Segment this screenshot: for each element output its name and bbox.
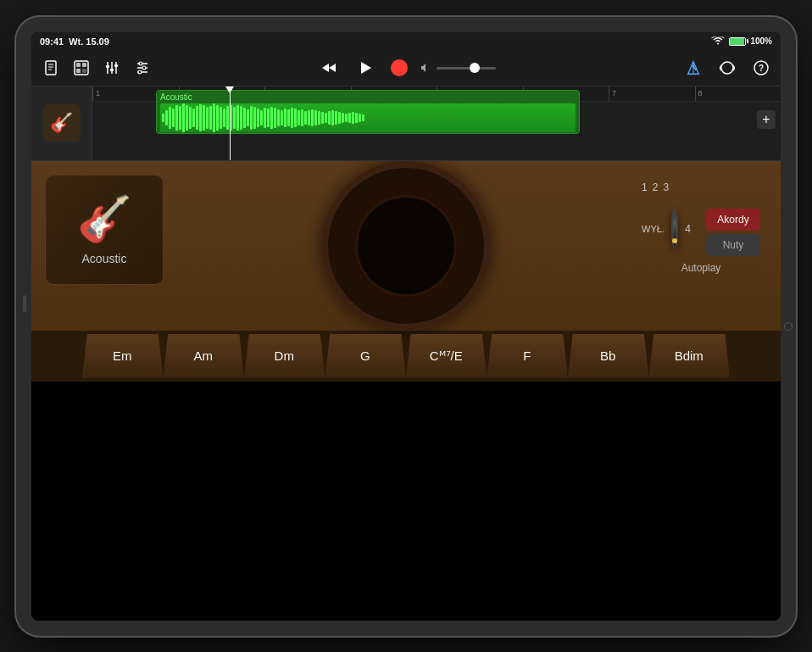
waveform-bar [165, 110, 168, 125]
waveform-bar [172, 109, 175, 127]
waveform-bar [338, 112, 341, 124]
mixer-button[interactable] [99, 56, 125, 80]
guitar-thumbnail[interactable]: 🎸 Acoustic [45, 175, 164, 285]
instrument-area: 🎸 Acoustic [31, 161, 781, 382]
waveform-bar [267, 109, 270, 127]
waveform-bar [270, 107, 273, 129]
guitar-name-label: Acoustic [82, 252, 127, 265]
guitar-soundhole [321, 161, 491, 331]
svg-marker-26 [720, 64, 721, 71]
waveform-bar [243, 108, 246, 128]
waveform-bar [206, 107, 209, 129]
waveform-bar [348, 113, 351, 123]
chord-button-0[interactable]: Em [82, 334, 164, 378]
waveform-bar [199, 104, 202, 131]
home-button[interactable] [784, 322, 793, 331]
rewind-button[interactable] [316, 56, 342, 80]
chord-button-7[interactable]: Bdim [649, 334, 731, 378]
time-display: 09:41 [40, 36, 64, 47]
svg-marker-19 [329, 64, 336, 72]
record-button[interactable] [391, 59, 408, 76]
waveform-bar [253, 107, 256, 129]
svg-rect-11 [114, 64, 118, 67]
waveform-bar [287, 109, 290, 126]
help-button[interactable]: ? [748, 56, 774, 80]
waveform-bar [301, 109, 303, 126]
status-bar: 09:41 Wt. 15.09 100% [31, 32, 781, 51]
autoplay-off-label: WYŁ. [642, 224, 665, 234]
audio-region[interactable]: Acoustic [156, 90, 580, 134]
waveform-bar [169, 107, 171, 129]
new-song-button[interactable] [38, 56, 64, 80]
waveform-bar [240, 106, 242, 130]
waveform-bar [213, 103, 215, 132]
waveform-bar [291, 108, 293, 128]
waveform-bar [233, 107, 236, 129]
chord-button-1[interactable]: Am [164, 334, 245, 378]
instrument-panel: 🎸 Acoustic [31, 161, 781, 331]
guitar-body-center [184, 161, 628, 331]
ruler-mark-7: 7 [609, 86, 695, 101]
autoplay-knob[interactable] [671, 209, 678, 249]
autoplay-num-1: 1 [642, 181, 648, 193]
waveform-bar [175, 105, 178, 131]
svg-rect-5 [82, 69, 86, 73]
waveform-bar [182, 103, 185, 132]
waveform-bar [284, 109, 286, 127]
waveform-bar [362, 114, 364, 121]
wifi-icon [711, 36, 725, 46]
waveform-bar [281, 110, 283, 125]
waveform-bar [192, 109, 195, 127]
waveform-bar [196, 106, 198, 130]
waveform-bar [331, 110, 334, 125]
waveform-bar [304, 111, 307, 125]
timeline-content[interactable]: 1 2 3 4 5 6 7 8 Acoustic [92, 86, 781, 160]
svg-point-16 [142, 66, 146, 70]
autoplay-num-3: 3 [663, 181, 669, 193]
chord-button-4[interactable]: Cᴹ⁷/E [406, 334, 487, 378]
soundhole-outer [321, 161, 491, 331]
ruler-mark-8: 8 [695, 86, 781, 101]
waveform-bar [318, 111, 320, 125]
battery-percent: 100% [750, 36, 772, 46]
volume-low-icon [420, 62, 431, 74]
waveform-bar [325, 113, 327, 123]
ipad-screen: 09:41 Wt. 15.09 100% [31, 32, 781, 621]
svg-rect-3 [82, 63, 86, 67]
metronome-button[interactable] [681, 56, 706, 80]
waveform-bar [186, 105, 188, 131]
play-button[interactable] [353, 56, 379, 80]
volume-slider-track[interactable] [437, 67, 496, 70]
waveform-bar [328, 111, 331, 125]
loop-button[interactable] [715, 56, 740, 80]
mode-buttons: Akordy Nuty [706, 209, 760, 256]
waveform-bar [294, 109, 297, 127]
guitar-image: 🎸 [77, 193, 132, 245]
waveform-bar [209, 106, 212, 130]
settings-button[interactable] [130, 56, 155, 80]
svg-rect-4 [76, 69, 81, 73]
chords-mode-button[interactable]: Akordy [706, 209, 760, 231]
chord-row: EmAmDmGCᴹ⁷/EFBbBdim [31, 331, 781, 382]
battery-icon [729, 37, 746, 46]
waveform-bar [311, 109, 314, 126]
side-button[interactable] [23, 295, 26, 312]
chord-button-5[interactable]: F [487, 334, 569, 378]
notes-mode-button[interactable]: Nuty [706, 234, 760, 256]
autoplay-num-4: 4 [685, 223, 691, 235]
volume-control [420, 62, 496, 74]
tracks-button[interactable] [69, 56, 94, 80]
chord-button-3[interactable]: G [325, 334, 407, 378]
waveform-bar [179, 106, 181, 130]
waveform-bar [223, 109, 225, 127]
chord-button-2[interactable]: Dm [244, 334, 325, 378]
chord-button-6[interactable]: Bb [568, 334, 649, 378]
guitar-thumbnail-panel: 🎸 Acoustic [31, 161, 184, 331]
waveform-bar [335, 111, 337, 125]
soundhole-inner [355, 195, 457, 297]
add-track-button[interactable]: + [757, 110, 776, 129]
svg-text:?: ? [759, 64, 764, 73]
waveform-bar [250, 106, 253, 130]
svg-rect-0 [46, 61, 56, 75]
waveform-bar [247, 109, 249, 126]
